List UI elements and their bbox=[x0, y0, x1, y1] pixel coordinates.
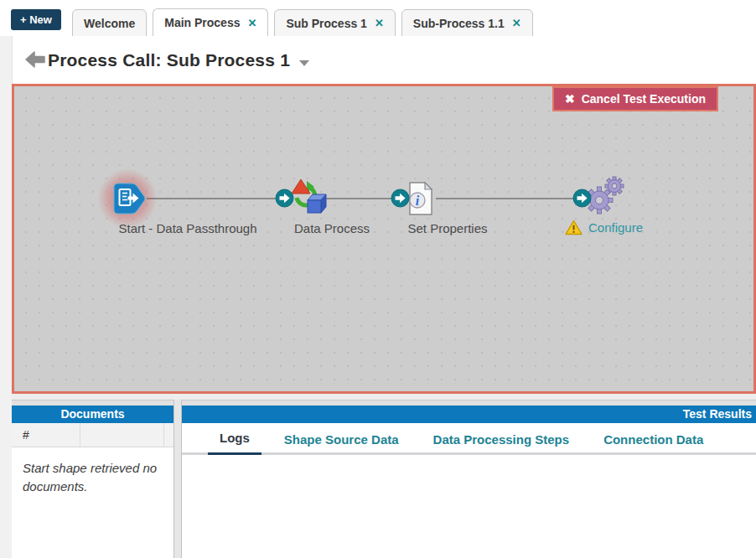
page-title-text: Process Call: Sub Process 1 bbox=[48, 50, 290, 70]
app-window: + New Welcome Main Process ✕ Sub Process… bbox=[0, 0, 756, 558]
new-button[interactable]: + New bbox=[11, 9, 61, 30]
configure-label: Configure bbox=[588, 220, 643, 235]
page-title: Process Call: Sub Process 1 bbox=[48, 36, 309, 84]
svg-text:i: i bbox=[416, 194, 420, 208]
tab-label: Sub-Process 1.1 bbox=[413, 17, 505, 30]
vertical-splitter[interactable] bbox=[173, 400, 182, 558]
tab-sub-process-1-1[interactable]: Sub-Process 1.1 ✕ bbox=[401, 9, 533, 37]
close-icon[interactable]: ✕ bbox=[512, 18, 521, 28]
inbound-arrow-icon bbox=[572, 189, 592, 208]
test-results-panel: Test Results Logs Shape Source Data Data… bbox=[182, 406, 756, 558]
tab-welcome[interactable]: Welcome bbox=[72, 9, 147, 37]
page-header: Process Call: Sub Process 1 bbox=[12, 36, 756, 84]
cancel-test-execution-button[interactable]: ✖ Cancel Test Execution bbox=[552, 86, 718, 111]
documents-column-headers: # bbox=[12, 423, 173, 447]
tab-logs[interactable]: Logs bbox=[208, 423, 261, 455]
inbound-arrow-icon bbox=[391, 189, 410, 208]
connector-line bbox=[436, 198, 574, 199]
set-properties-shape-icon[interactable]: i bbox=[406, 180, 436, 217]
tab-bar: + New Welcome Main Process ✕ Sub Process… bbox=[0, 0, 756, 36]
chevron-down-icon[interactable] bbox=[299, 60, 309, 66]
documents-panel: Documents # Start shape retrieved no doc… bbox=[12, 406, 173, 558]
connector-line bbox=[326, 198, 393, 199]
tab-label: Main Process bbox=[164, 16, 240, 29]
tab-main-process[interactable]: Main Process ✕ bbox=[153, 8, 268, 37]
warning-icon bbox=[565, 220, 583, 235]
tab-strip: Welcome Main Process ✕ Sub Process 1 ✕ S… bbox=[72, 8, 533, 37]
inbound-arrow-icon bbox=[275, 189, 294, 208]
shape-label: Set Properties bbox=[389, 221, 506, 235]
configure-link[interactable]: Configure bbox=[565, 220, 643, 235]
horizontal-splitter[interactable] bbox=[12, 394, 756, 406]
start-shape-icon[interactable] bbox=[108, 179, 147, 218]
tab-shape-source-data[interactable]: Shape Source Data bbox=[272, 423, 411, 455]
x-icon: ✖ bbox=[565, 92, 575, 106]
tab-label: Welcome bbox=[84, 17, 135, 30]
back-arrow-icon[interactable] bbox=[24, 50, 46, 69]
close-icon[interactable]: ✕ bbox=[375, 18, 384, 28]
documents-empty-message: Start shape retrieved no documents. bbox=[12, 447, 173, 496]
connector-line bbox=[147, 198, 277, 199]
close-icon[interactable]: ✕ bbox=[247, 18, 256, 28]
tab-connection-data[interactable]: Connection Data bbox=[592, 423, 715, 455]
documents-panel-title: Documents bbox=[12, 406, 173, 423]
column-header-number: # bbox=[12, 423, 80, 447]
process-canvas[interactable]: ✖ Cancel Test Execution Start - Data Pas… bbox=[12, 84, 756, 394]
shape-label: Data Process bbox=[273, 221, 391, 235]
shape-label: Start - Data Passthrough bbox=[87, 221, 288, 235]
tab-sub-process-1[interactable]: Sub Process 1 ✕ bbox=[274, 9, 395, 37]
test-results-panel-title: Test Results bbox=[182, 406, 756, 423]
test-results-tab-strip: Logs Shape Source Data Data Processing S… bbox=[182, 423, 756, 455]
column-header-empty bbox=[80, 423, 164, 447]
tab-data-processing-steps[interactable]: Data Processing Steps bbox=[422, 423, 582, 455]
tab-label: Sub Process 1 bbox=[286, 17, 367, 30]
divider bbox=[12, 36, 13, 84]
